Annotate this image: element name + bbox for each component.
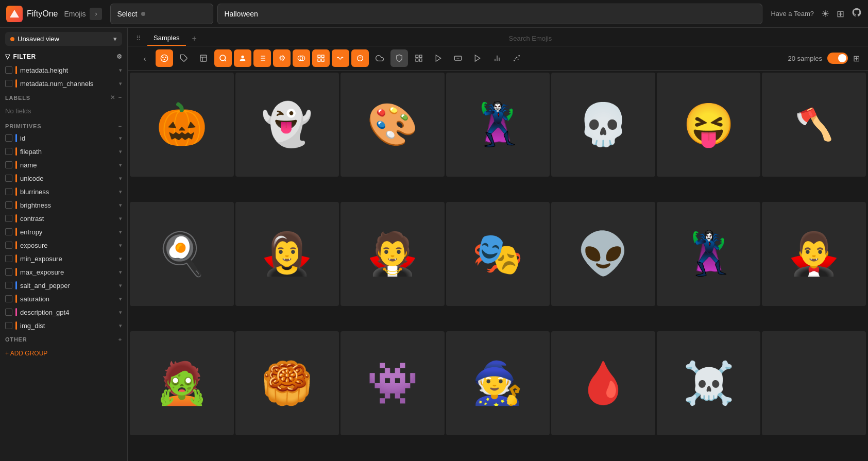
- search-input[interactable]: [224, 10, 756, 18]
- checkbox[interactable]: [5, 295, 12, 302]
- checkbox[interactable]: [5, 201, 12, 209]
- cloud-button[interactable]: [371, 49, 388, 67]
- github-icon[interactable]: [852, 7, 862, 20]
- view-selector[interactable]: Unsaved view ▾: [5, 32, 122, 46]
- emoji-cell[interactable]: 💀: [551, 73, 655, 177]
- minus-icon[interactable]: −: [118, 123, 122, 129]
- emoji-cell[interactable]: [762, 331, 866, 435]
- chevron-down-icon: ▾: [119, 189, 122, 195]
- emoji-cell[interactable]: 🧛‍♀️: [235, 202, 339, 306]
- view-toggle[interactable]: [827, 53, 848, 64]
- expand-button[interactable]: ›: [90, 8, 102, 20]
- scatter-button[interactable]: [508, 49, 525, 67]
- field-blurriness[interactable]: blurriness ▾: [0, 185, 127, 198]
- keyboard-button[interactable]: [449, 49, 467, 67]
- chevron-down-icon: ▾: [119, 322, 122, 329]
- primitives-label: PRIMITIVES: [5, 123, 41, 129]
- field-exposure[interactable]: exposure ▾: [0, 238, 127, 252]
- field-saturation[interactable]: saturation ▾: [0, 292, 127, 305]
- add-group-button[interactable]: + ADD GROUP: [0, 345, 127, 362]
- checkbox[interactable]: [5, 134, 12, 142]
- main-search[interactable]: [217, 4, 762, 24]
- content-area: ⠿ Samples + Search Emojis ‹: [128, 28, 868, 461]
- sidebar-field-metadata-num[interactable]: metadata.num_channels ▾: [0, 77, 127, 90]
- play-button[interactable]: [430, 49, 447, 67]
- field-salt-pepper[interactable]: salt_and_pepper ▾: [0, 279, 127, 292]
- emoji-cell[interactable]: 🪓: [762, 73, 866, 177]
- filter2-button[interactable]: [293, 49, 310, 67]
- field-max-exposure[interactable]: max_exposure ▾: [0, 265, 127, 279]
- emoji-cell[interactable]: 🧛‍♂️: [762, 202, 866, 306]
- search-button[interactable]: [214, 49, 232, 67]
- emoji-cell[interactable]: 🧛: [341, 202, 445, 306]
- emoji-cell[interactable]: 👾: [341, 331, 445, 435]
- checkbox[interactable]: [5, 282, 12, 289]
- checkbox[interactable]: [5, 148, 12, 155]
- checkbox[interactable]: [5, 228, 12, 235]
- checkbox[interactable]: [5, 215, 12, 222]
- field-name[interactable]: name ▾: [0, 158, 127, 172]
- mask-button[interactable]: [390, 49, 408, 67]
- palette-button[interactable]: [156, 49, 173, 67]
- view-dot: [10, 37, 14, 41]
- field-contrast[interactable]: contrast ▾: [0, 212, 127, 225]
- field-brightness[interactable]: brightness ▾: [0, 198, 127, 212]
- emoji-cell[interactable]: 🎨: [341, 73, 445, 177]
- emoji-cell[interactable]: 🎭: [446, 202, 550, 306]
- emoji-cell[interactable]: 🦹‍♀️: [657, 202, 761, 306]
- wave-button[interactable]: [332, 49, 349, 67]
- table-button[interactable]: [195, 49, 212, 67]
- emoji-cell[interactable]: 🩸: [551, 331, 655, 435]
- emoji-cell[interactable]: ☠️: [657, 331, 761, 435]
- select-dropdown[interactable]: Select: [110, 4, 213, 24]
- emoji-cell[interactable]: 👽: [551, 202, 655, 306]
- checkbox[interactable]: [5, 175, 12, 182]
- checkbox[interactable]: [5, 161, 12, 168]
- field-filepath[interactable]: filepath ▾: [0, 145, 127, 158]
- checkbox[interactable]: [5, 268, 12, 276]
- chart-button[interactable]: [488, 49, 506, 67]
- ai-button[interactable]: [351, 49, 369, 67]
- grid-layout-icon[interactable]: ⊞: [853, 54, 860, 63]
- chevron-down-icon: ▾: [119, 255, 122, 262]
- plus-icon[interactable]: +: [118, 336, 122, 343]
- checkbox[interactable]: [5, 309, 12, 316]
- field-entropy[interactable]: entropy ▾: [0, 225, 127, 238]
- emoji-cell[interactable]: 🧙: [446, 331, 550, 435]
- play2-button[interactable]: [469, 49, 486, 67]
- tab-samples[interactable]: Samples: [147, 31, 186, 46]
- settings-button[interactable]: ⚙: [273, 49, 291, 67]
- view-grid-button[interactable]: [410, 49, 428, 67]
- checkbox[interactable]: [5, 188, 12, 195]
- checkbox[interactable]: [5, 322, 12, 329]
- tag-button[interactable]: [175, 49, 193, 67]
- sun-icon[interactable]: ☀: [821, 8, 829, 20]
- grid-icon[interactable]: ⊞: [837, 8, 844, 20]
- field-min-exposure[interactable]: min_exposure ▾: [0, 252, 127, 265]
- grid2-button[interactable]: [312, 49, 330, 67]
- emoji-cell[interactable]: 🧟: [130, 331, 234, 435]
- chevron-down-icon: ▾: [119, 162, 122, 168]
- emoji-cell[interactable]: 🍳: [130, 202, 234, 306]
- back-button[interactable]: ‹: [136, 49, 154, 67]
- emoji-cell[interactable]: 🦹: [446, 73, 550, 177]
- field-unicode[interactable]: unicode ▾: [0, 172, 127, 185]
- field-img-dist[interactable]: img_dist ▾: [0, 319, 127, 332]
- person-button[interactable]: [234, 49, 251, 67]
- emoji-cell[interactable]: 👻: [235, 73, 339, 177]
- emoji-cell[interactable]: 😝: [657, 73, 761, 177]
- close-icon[interactable]: ✕: [110, 94, 115, 101]
- gear-icon[interactable]: ⚙: [116, 53, 123, 60]
- tab-add-button[interactable]: +: [192, 34, 197, 43]
- checkbox[interactable]: [5, 242, 12, 249]
- field-description-gpt4[interactable]: description_gpt4 ▾: [0, 305, 127, 319]
- sidebar-field-metadata-height[interactable]: metadata.height ▾: [0, 63, 127, 77]
- list-button[interactable]: [253, 49, 271, 67]
- minus-icon[interactable]: −: [118, 94, 122, 101]
- emoji-cell[interactable]: 🥮: [235, 331, 339, 435]
- checkbox[interactable]: [5, 255, 12, 262]
- checkbox[interactable]: [5, 66, 12, 74]
- emoji-cell[interactable]: 🎃: [130, 73, 234, 177]
- checkbox[interactable]: [5, 80, 12, 87]
- field-id[interactable]: id ▾: [0, 131, 127, 145]
